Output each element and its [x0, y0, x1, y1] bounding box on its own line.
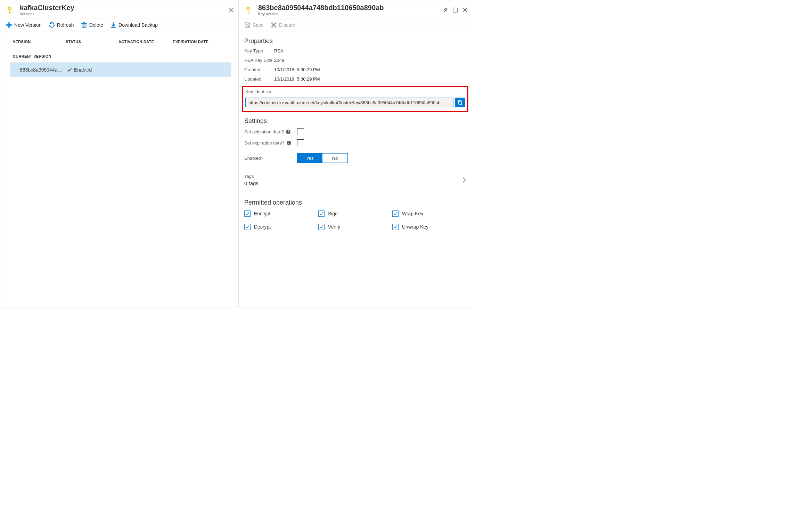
download-icon	[110, 22, 116, 28]
checkmark-icon	[67, 67, 72, 72]
activation-checkbox[interactable]	[297, 128, 304, 135]
download-backup-button[interactable]: Download Backup	[110, 22, 158, 28]
enabled-no[interactable]: No	[322, 154, 347, 163]
checkmark-icon	[245, 225, 249, 229]
col-status[interactable]: STATUS	[66, 40, 118, 44]
prop-created-label: Created	[244, 67, 274, 72]
discard-button: Discard	[271, 22, 295, 28]
delete-button[interactable]: Delete	[81, 22, 103, 28]
properties-header: Properties	[244, 38, 466, 45]
chevron-right-icon	[462, 177, 466, 183]
delete-label: Delete	[89, 22, 103, 28]
encrypt-checkbox[interactable]	[244, 211, 251, 217]
decrypt-label: Decrypt	[254, 224, 271, 230]
permitted-operations: Permitted operations Encrypt Decrypt Sig…	[244, 197, 466, 230]
refresh-button[interactable]: Refresh	[49, 22, 74, 28]
download-backup-label: Download Backup	[118, 22, 158, 28]
maximize-icon[interactable]	[452, 7, 458, 13]
info-icon[interactable]: i	[286, 130, 290, 134]
verify-checkbox[interactable]	[318, 224, 325, 230]
enabled-label: Enabled?	[244, 156, 297, 161]
info-icon[interactable]: i	[287, 141, 291, 145]
key-subtitle: Versions	[20, 11, 229, 16]
enabled-toggle: Yes No	[297, 153, 348, 163]
row-status: Enabled	[67, 67, 92, 73]
prop-created: Created 10/1/2018, 5:30:29 PM	[244, 67, 466, 72]
unwrap-checkbox[interactable]	[392, 224, 399, 230]
azure-key-vault-panels: kafkaClusterKey Versions New Version	[0, 0, 472, 307]
wrap-label: Wrap Key	[402, 211, 423, 216]
unwrap-label: Unwrap Key	[402, 224, 428, 230]
plus-icon	[6, 22, 12, 28]
new-version-button[interactable]: New Version	[6, 22, 42, 28]
close-icon[interactable]	[462, 7, 468, 13]
prop-updated-label: Updated	[244, 76, 274, 82]
svg-rect-4	[9, 13, 11, 14]
command-bar-left: New Version Refresh Delete Download Back…	[0, 18, 238, 32]
settings-header: Settings	[244, 117, 466, 125]
refresh-label: Refresh	[57, 22, 74, 28]
verify-label: Verify	[328, 224, 340, 230]
version-row[interactable]: 863bc8a095044a… Enabled	[10, 63, 231, 77]
key-icon	[7, 6, 15, 14]
prop-key-size-label: RSA Key Size	[244, 58, 274, 63]
save-button: Save	[244, 22, 264, 28]
setting-enabled: Enabled? Yes No	[244, 153, 466, 163]
setting-activation: Set activation date? i	[244, 128, 466, 135]
prop-key-type-value: RSA	[274, 48, 284, 53]
copy-button[interactable]	[455, 98, 465, 107]
decrypt-checkbox[interactable]	[244, 224, 251, 230]
row-status-text: Enabled	[74, 67, 92, 73]
key-title: kafkaClusterKey	[20, 4, 229, 11]
close-icon[interactable]	[229, 7, 234, 13]
prop-updated-value: 10/1/2018, 5:30:29 PM	[274, 76, 320, 82]
discard-label: Discard	[279, 22, 295, 28]
copy-icon	[458, 100, 462, 105]
group-current-version: CURRENT VERSION	[0, 47, 238, 63]
discard-icon	[271, 22, 277, 28]
key-identifier-label: Key Identifier	[245, 89, 465, 94]
header-right: 863bc8a095044a748bdb110650a890ab Key Ver…	[239, 0, 472, 18]
checkmark-icon	[319, 225, 323, 229]
version-subtitle: Key Version	[258, 11, 443, 16]
pin-icon[interactable]	[443, 7, 448, 13]
svg-rect-12	[459, 101, 462, 105]
col-expiration[interactable]: EXPIRATION DATE	[173, 40, 238, 44]
columns-header: VERSION STATUS ACTIVATION DATE EXPIRATIO…	[0, 32, 238, 47]
prop-created-value: 10/1/2018, 5:30:29 PM	[274, 67, 320, 72]
key-icon	[245, 6, 253, 14]
refresh-icon	[49, 22, 55, 28]
row-version-text: 863bc8a095044a…	[20, 67, 67, 73]
checkmark-icon	[393, 212, 397, 216]
sign-checkbox[interactable]	[318, 211, 325, 217]
svg-rect-3	[9, 12, 11, 13]
prop-key-size: RSA Key Size 2048	[244, 58, 466, 63]
key-identifier-highlight: Key Identifier	[242, 86, 468, 112]
version-title: 863bc8a095044a748bdb110650a890ab	[258, 4, 443, 11]
header-left: kafkaClusterKey Versions	[0, 0, 238, 18]
svg-rect-10	[248, 13, 249, 14]
wrap-checkbox[interactable]	[392, 211, 399, 217]
encrypt-label: Encrypt	[254, 211, 270, 216]
sign-label: Sign	[328, 211, 338, 216]
ops-header: Permitted operations	[244, 199, 466, 206]
enabled-yes[interactable]: Yes	[297, 154, 322, 163]
key-identifier-input[interactable]	[245, 98, 453, 107]
activation-label: Set activation date?	[244, 129, 284, 134]
command-bar-right: Save Discard	[239, 18, 472, 32]
prop-updated: Updated 10/1/2018, 5:30:29 PM	[244, 76, 466, 82]
svg-point-1	[9, 8, 10, 9]
expiration-checkbox[interactable]	[297, 139, 304, 146]
col-activation[interactable]: ACTIVATION DATE	[118, 40, 173, 44]
new-version-label: New Version	[14, 22, 42, 28]
prop-key-type: Key Type RSA	[244, 48, 466, 53]
setting-expiration: Set expiration date? i	[244, 139, 466, 146]
save-icon	[244, 22, 251, 28]
checkmark-icon	[319, 212, 323, 216]
prop-key-type-label: Key Type	[244, 48, 274, 53]
save-label: Save	[253, 22, 264, 28]
col-version[interactable]: VERSION	[13, 40, 66, 44]
svg-rect-9	[248, 12, 249, 13]
tags-row[interactable]: Tags 0 tags	[244, 170, 466, 190]
svg-point-7	[247, 8, 249, 9]
